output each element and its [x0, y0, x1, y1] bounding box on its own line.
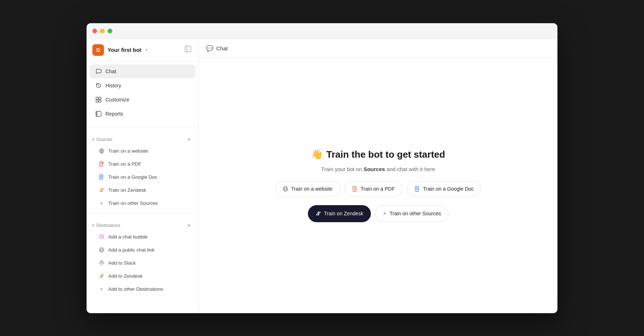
sidebar-chat-label: Chat [105, 69, 116, 74]
sources-collapse-button[interactable]: ▾ Sources [92, 137, 112, 142]
sources-label: Sources [96, 137, 112, 142]
divider-2 [87, 213, 198, 213]
sidebar-item-other-sources[interactable]: + Train on other Sources [89, 197, 196, 210]
destinations-chevron-icon: ▾ [92, 223, 94, 227]
sidebar-other-sources-label: Train on other Sources [108, 200, 158, 206]
svg-rect-0 [185, 46, 191, 52]
public-chat-globe-icon [98, 247, 105, 253]
svg-rect-33 [102, 262, 104, 264]
svg-rect-6 [99, 100, 101, 102]
sidebar: D Your first bot ▾ [87, 39, 199, 313]
sidebar-pdf-label: Train on a PDF [108, 161, 141, 167]
sidebar-item-zendesk[interactable]: Train on Zendesk [89, 184, 196, 196]
destinations-section-header: ▾ Destinations + [87, 219, 198, 231]
header-chat-icon: 💬 [206, 45, 213, 52]
sources-section-header: ▾ Sources + [87, 133, 198, 145]
sources-chevron-icon: ▾ [92, 137, 94, 141]
sidebar-item-public-chat[interactable]: Add a public chat link [89, 244, 196, 256]
globe-btn-icon [283, 186, 288, 192]
svg-rect-4 [99, 97, 101, 99]
sidebar-other-dest-label: Add to other Destinations [108, 286, 163, 292]
action-pdf-label: Train on a PDF [361, 186, 395, 192]
main-content: 💬 Chat 👋 Train the bot to get started Tr… [199, 39, 557, 313]
welcome-title-text: Train the bot to get started [326, 149, 445, 160]
sidebar-item-history[interactable]: History [89, 79, 196, 92]
svg-point-28 [102, 236, 103, 237]
sidebar-history-label: History [105, 83, 121, 88]
pdf-icon [98, 161, 105, 167]
sidebar-item-chat[interactable]: Chat [89, 65, 196, 78]
welcome-emoji: 👋 [311, 149, 323, 160]
sidebar-header: D Your first bot ▾ [87, 39, 198, 61]
action-train-zendesk-button[interactable]: Train on Zendesk [308, 205, 371, 222]
welcome-subtitle-bold: Sources [364, 166, 385, 172]
svg-rect-5 [96, 100, 98, 102]
action-buttons-row-2: Train on Zendesk + Train on other Source… [308, 205, 449, 222]
sidebar-website-label: Train on a website [108, 148, 148, 154]
sidebar-item-slack[interactable]: Add to Slack [89, 257, 196, 269]
action-train-website-button[interactable]: Train on a website [275, 181, 340, 196]
destinations-add-button[interactable]: + [185, 222, 193, 229]
bubble-icon [98, 234, 105, 240]
sidebar-zendesk-dest-label: Add to Zendesk [108, 273, 143, 279]
sidebar-item-google-doc[interactable]: Train on a Google Doc [89, 171, 196, 183]
sidebar-item-reports[interactable]: Reports [89, 107, 196, 121]
sidebar-item-other-dest[interactable]: + Add to other Destinations [89, 283, 196, 295]
action-train-google-doc-button[interactable]: Train on a Google Doc [407, 181, 481, 196]
app-window: D Your first bot ▾ [87, 23, 557, 313]
svg-rect-32 [99, 262, 101, 264]
plus-icon: + [98, 200, 105, 207]
action-website-label: Train on a website [291, 186, 333, 192]
sidebar-item-customize[interactable]: Customize [89, 93, 196, 107]
reports-icon [95, 111, 102, 117]
maximize-button[interactable] [108, 29, 112, 33]
action-zendesk-label: Train on Zendesk [324, 211, 363, 216]
close-button[interactable] [92, 29, 97, 33]
sidebar-item-chat-bubble[interactable]: Add a chat bubble [89, 231, 196, 243]
globe-icon [98, 148, 105, 154]
sidebar-item-website[interactable]: Train on a website [89, 145, 196, 157]
header-title: Chat [216, 45, 228, 51]
minimize-button[interactable] [100, 29, 105, 33]
slack-icon [98, 260, 105, 266]
sidebar-reports-label: Reports [105, 111, 123, 117]
svg-rect-35 [101, 264, 102, 265]
doc-icon [98, 174, 105, 181]
action-other-label: Train on other Sources [390, 211, 441, 216]
sidebar-item-pdf[interactable]: Train on a PDF [89, 158, 196, 170]
app-body: D Your first bot ▾ [87, 39, 557, 313]
svg-rect-3 [96, 97, 98, 99]
sidebar-toggle-button[interactable] [183, 44, 193, 55]
svg-rect-34 [101, 261, 102, 262]
divider-1 [87, 127, 198, 127]
welcome-subtitle: Train your bot on Sources and chat with … [321, 166, 435, 173]
action-google-doc-label: Train on a Google Doc [423, 186, 474, 192]
sidebar-customize-label: Customize [105, 97, 129, 103]
sidebar-item-zendesk-dest[interactable]: Add to Zendesk [89, 270, 196, 282]
svg-point-27 [101, 236, 102, 237]
doc-btn-icon [414, 186, 420, 192]
customize-icon [95, 96, 102, 103]
chat-icon [95, 68, 102, 75]
destinations-collapse-button[interactable]: ▾ Destinations [92, 223, 120, 228]
sources-add-button[interactable]: + [185, 136, 193, 143]
history-icon [95, 82, 102, 89]
sidebar-nav: Chat History [87, 61, 198, 124]
zendesk-icon [98, 187, 105, 194]
action-train-pdf-button[interactable]: Train on a PDF [344, 181, 402, 196]
plus-btn-icon: + [383, 210, 387, 217]
sidebar-google-doc-label: Train on a Google Doc [108, 174, 157, 180]
sidebar-chat-bubble-label: Add a chat bubble [108, 234, 148, 240]
plus-dest-icon: + [98, 286, 105, 293]
bot-avatar: D [92, 44, 104, 56]
zendesk-dest-icon [98, 273, 105, 279]
bot-selector[interactable]: D Your first bot ▾ [92, 44, 147, 56]
bot-name: Your first bot [108, 47, 141, 53]
action-other-sources-button[interactable]: + Train on other Sources [375, 205, 448, 222]
chevron-down-icon: ▾ [146, 48, 147, 52]
pdf-btn-icon [352, 186, 358, 192]
welcome-title: 👋 Train the bot to get started [311, 149, 445, 160]
sidebar-zendesk-label: Train on Zendesk [108, 187, 146, 193]
welcome-subtitle-end: and chat with it here [385, 166, 435, 172]
main-header: 💬 Chat [199, 39, 557, 58]
